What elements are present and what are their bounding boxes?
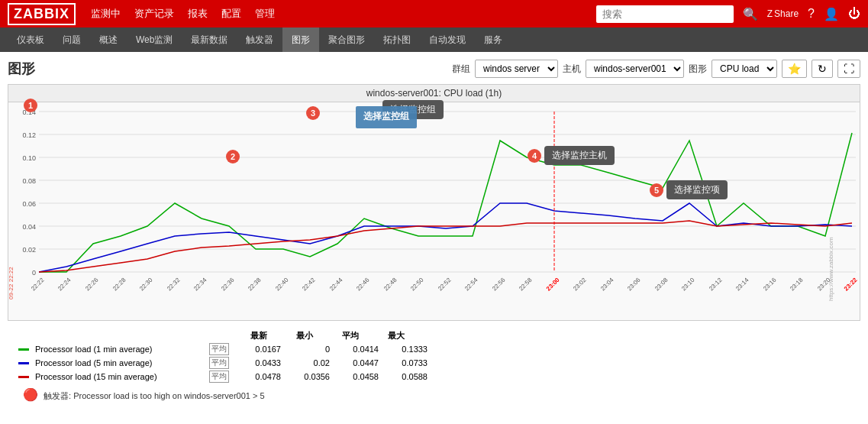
svg-text:23:06: 23:06: [626, 277, 642, 293]
search-icon[interactable]: 🔍: [743, 7, 758, 21]
legend-tag-1: 平均: [209, 343, 229, 355]
favorite-button[interactable]: ⭐: [782, 60, 807, 78]
blue-line: [39, 203, 852, 272]
fullscreen-button[interactable]: ⛶: [837, 60, 860, 78]
svg-text:22:36: 22:36: [220, 277, 236, 293]
annotation-5: 5 选择监控项: [650, 180, 728, 199]
svg-text:22:54: 22:54: [463, 277, 479, 293]
refresh-button[interactable]: ↻: [812, 60, 833, 78]
graph-select[interactable]: CPU load: [712, 60, 777, 78]
svg-text:23:10: 23:10: [680, 277, 696, 293]
legend-row-1: Processor load (1 min average) 平均 0.0167…: [15, 343, 853, 355]
legend-min-3: 0.0356: [284, 372, 330, 381]
nav-services[interactable]: 服务: [475, 28, 511, 52]
legend-min-1: 0: [284, 345, 330, 354]
legend-avg-3: 0.0458: [333, 372, 379, 381]
svg-text:22:38: 22:38: [247, 277, 263, 293]
badge-4: 4: [528, 149, 541, 163]
nav-problems[interactable]: 问题: [53, 28, 90, 52]
legend-header-min: 最小: [267, 330, 313, 341]
nav-dashboard[interactable]: 仪表板: [8, 28, 53, 52]
page-title: 图形: [8, 60, 35, 78]
annotation-4: 4 选择监控主机: [528, 146, 615, 165]
svg-text:0: 0: [32, 269, 36, 277]
legend-latest-3: 0.0478: [235, 372, 281, 381]
nav-assets[interactable]: 资产记录: [134, 4, 174, 24]
svg-text:23:22: 23:22: [843, 276, 859, 292]
svg-text:22:48: 22:48: [382, 277, 399, 293]
top-nav-right: 🔍 Z Share ? 👤 ⏻: [596, 5, 860, 23]
legend-latest-1: 0.0167: [235, 345, 281, 354]
graph-container: windos-server001: CPU load (1h) 0.14 0.1…: [8, 84, 860, 321]
nav-topology[interactable]: 拓扑图: [374, 28, 420, 52]
svg-text:0.06: 0.06: [22, 200, 36, 208]
svg-text:https://www.zabbix.com: https://www.zabbix.com: [828, 237, 834, 301]
search-input[interactable]: [596, 5, 734, 23]
svg-text:22:30: 22:30: [138, 277, 154, 293]
legend-max-3: 0.0588: [382, 372, 428, 381]
svg-text:22:40: 22:40: [274, 277, 290, 293]
annotation-1: 1: [24, 99, 37, 112]
nav-discovery[interactable]: 自动发现: [420, 28, 475, 52]
page-header: 图形 群组 windos server 主机 windos-server001 …: [8, 60, 860, 78]
legend-tag-3: 平均: [209, 371, 229, 383]
svg-text:22:50: 22:50: [409, 277, 425, 293]
group-select[interactable]: windos server: [475, 60, 558, 78]
nav-screens[interactable]: 聚合图形: [319, 28, 374, 52]
graph-popup: 选择监控组: [356, 106, 417, 128]
help-icon[interactable]: ?: [808, 7, 815, 21]
svg-text:0.12: 0.12: [22, 131, 36, 139]
svg-text:09-22 22:22: 09-22 22:22: [8, 267, 15, 299]
nav-config[interactable]: 配置: [221, 4, 241, 24]
svg-text:22:46: 22:46: [355, 277, 371, 293]
share-button[interactable]: Z Share: [767, 8, 799, 19]
chart-svg: 0.14 0.12 0.10 0.08 0.06 0.04 0.02 0: [8, 102, 860, 305]
nav-triggers[interactable]: 触发器: [237, 28, 282, 52]
legend-tag-2: 平均: [209, 357, 229, 369]
nav-latest[interactable]: 最新数据: [182, 28, 237, 52]
nav-monitor[interactable]: 监测中: [91, 4, 121, 24]
legend-row-3: Processor load (15 min average) 平均 0.047…: [15, 371, 853, 383]
svg-text:23:08: 23:08: [653, 277, 670, 293]
user-icon[interactable]: 👤: [824, 7, 839, 21]
svg-text:23:04: 23:04: [599, 277, 615, 293]
svg-text:0.08: 0.08: [22, 177, 36, 185]
svg-text:23:02: 23:02: [572, 277, 588, 293]
filter-bar: 群组 windos server 主机 windos-server001 图形 …: [452, 60, 860, 78]
legend-color-green: [18, 348, 29, 351]
svg-text:22:28: 22:28: [111, 277, 127, 293]
group-label: 群组: [452, 63, 470, 76]
legend-name-1: Processor load (1 min average): [35, 345, 203, 354]
svg-text:22:22: 22:22: [30, 277, 46, 293]
legend-header-max: 最大: [359, 330, 405, 341]
item-annotation-box: 选择监控项: [666, 180, 728, 199]
legend-max-2: 0.0733: [382, 358, 428, 367]
nav-overview[interactable]: 概述: [90, 28, 127, 52]
badge-3: 3: [306, 106, 320, 120]
nav-report[interactable]: 报表: [188, 4, 208, 24]
host-annotation-box: 选择监控主机: [544, 146, 615, 165]
svg-text:23:18: 23:18: [789, 277, 805, 293]
legend: 最新 最小 平均 最大 Processor load (1 min averag…: [8, 325, 860, 409]
legend-min-2: 0.02: [284, 358, 330, 367]
badge-2: 2: [226, 150, 240, 163]
badge-5: 5: [650, 183, 663, 197]
svg-text:0.04: 0.04: [22, 223, 36, 231]
nav-admin[interactable]: 管理: [255, 4, 275, 24]
trigger-dot: 🔴: [23, 388, 38, 401]
share-icon: Z: [767, 8, 773, 19]
trigger-text: 触发器: Processor load is too high on windo…: [44, 391, 250, 400]
legend-name-3: Processor load (15 min average): [35, 372, 203, 381]
annotation-3: 3: [306, 106, 320, 120]
legend-max-1: 0.1333: [382, 345, 428, 354]
host-select[interactable]: windos-server001: [586, 60, 684, 78]
nav-graphs[interactable]: 图形: [282, 28, 319, 52]
second-navbar: 仪表板 问题 概述 Web监测 最新数据 触发器 图形 聚合图形 拓扑图 自动发…: [0, 28, 868, 52]
legend-avg-1: 0.0414: [333, 345, 379, 354]
power-icon[interactable]: ⏻: [848, 7, 860, 21]
graph-label: 图形: [689, 63, 707, 76]
badge-1: 1: [24, 99, 37, 112]
svg-text:22:32: 22:32: [166, 277, 182, 293]
nav-web[interactable]: Web监测: [127, 28, 182, 52]
legend-row-2: Processor load (5 min average) 平均 0.0433…: [15, 357, 853, 369]
